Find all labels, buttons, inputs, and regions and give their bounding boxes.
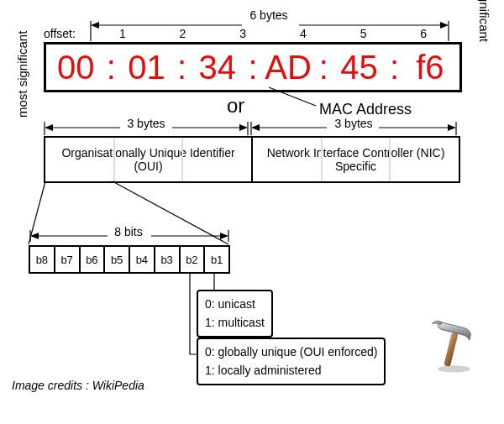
b1-line1: 1: multicast — [205, 313, 265, 332]
svg-marker-24 — [220, 233, 228, 239]
svg-line-6 — [269, 87, 316, 106]
mac-address-box: 00 : 01 : 34 : AD : 45 : f6 — [44, 42, 462, 92]
offset-numbers: 1 2 3 4 5 6 — [92, 27, 454, 40]
offset-1: 1 — [92, 27, 153, 40]
b2-meaning-box: 0: globally unique (OUI enforced) 1: loc… — [197, 338, 386, 385]
image-credits: Image credits : WikiPedia — [12, 379, 144, 392]
sub-dimension-right: 3 bytes — [251, 120, 456, 135]
mac-octet-3: 34 — [188, 44, 247, 90]
mac-sep: : — [318, 44, 329, 90]
mac-sep: : — [105, 44, 117, 90]
bit-b7: b7 — [54, 247, 79, 272]
b2-line1: 1: locally administered — [205, 361, 377, 380]
bit-b4: b4 — [129, 247, 154, 272]
mac-octet-1: 00 — [46, 44, 105, 90]
offset-6: 6 — [393, 27, 454, 40]
svg-marker-23 — [30, 233, 39, 239]
nic-label: Network Interface Controller (NIC) Speci… — [256, 146, 455, 173]
nic-cell: Network Interface Controller (NIC) Speci… — [251, 138, 459, 181]
left-bytes-label: 3 bytes — [45, 117, 248, 130]
svg-rect-28 — [444, 332, 458, 367]
mac-sep: : — [176, 44, 188, 90]
offset-4: 4 — [273, 27, 333, 40]
svg-point-27 — [438, 365, 470, 372]
bit-row: b8 b7 b6 b5 b4 b3 b2 b1 — [29, 245, 230, 274]
oui-cell: Organisationally Unique Identifier (OUI) — [45, 138, 251, 181]
bit-b5: b5 — [103, 247, 129, 272]
bit-b2: b2 — [179, 247, 204, 272]
offset-5: 5 — [333, 27, 394, 40]
mac-address-diagram: 6 bytes offset: 1 2 3 4 5 6 most signifi… — [0, 0, 504, 424]
bit-b6: b6 — [79, 247, 104, 272]
mac-octet-6: f6 — [401, 44, 459, 90]
right-bytes-label: 3 bytes — [251, 117, 456, 130]
offset-2: 2 — [153, 27, 213, 40]
offset-label: offset: — [44, 27, 76, 40]
mac-octet-2: 01 — [117, 44, 176, 90]
oui-label: Organisationally Unique Identifier (OUI) — [49, 146, 248, 173]
bit-b8: b8 — [30, 247, 54, 272]
mac-address-pointer — [269, 87, 319, 109]
top-dimension-arrow — [91, 25, 449, 26]
hammer-icon — [422, 315, 480, 374]
b1-line0: 0: unicast — [205, 295, 265, 313]
top-dimension-label: 6 bytes — [92, 8, 445, 22]
b2-line0: 0: globally unique (OUI enforced) — [205, 343, 377, 361]
bit-b1: b1 — [203, 247, 228, 272]
mac-octet-5: 45 — [329, 44, 388, 90]
bits-dimension: 8 bits — [30, 220, 227, 233]
least-significant-label: least significant — [477, 0, 491, 42]
sub-dimension-left: 3 bytes — [45, 120, 248, 135]
oui-nic-row: Organisationally Unique Identifier (OUI)… — [44, 136, 460, 183]
mac-octet-4: AD — [259, 44, 318, 90]
mac-sep: : — [389, 44, 401, 90]
most-significant-label: most significant — [15, 31, 29, 118]
b1-meaning-box: 0: unicast 1: multicast — [197, 290, 273, 338]
mac-address-caption: MAC Address — [319, 101, 412, 118]
offset-3: 3 — [213, 27, 273, 40]
bits-dimension-label: 8 bits — [114, 225, 142, 238]
mac-sep: : — [247, 44, 259, 90]
bit-b3: b3 — [154, 247, 179, 272]
or-label: or — [227, 94, 244, 118]
